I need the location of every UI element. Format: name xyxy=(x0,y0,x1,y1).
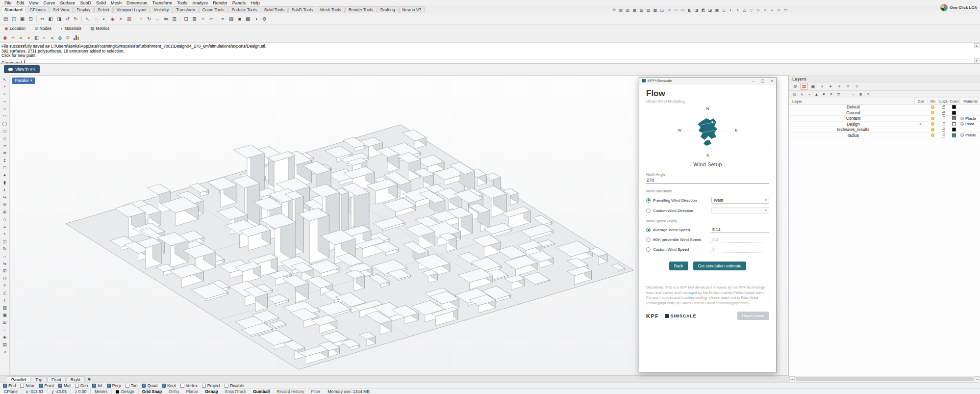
layer-material-cell[interactable]: Plaste xyxy=(959,116,980,121)
layer-lock-cell[interactable] xyxy=(938,128,949,131)
toolbar-tab-set-view[interactable]: Set View xyxy=(50,6,73,13)
materials-button[interactable]: ◐Materials xyxy=(58,25,84,32)
sphere-icon[interactable]: ● xyxy=(1,172,8,179)
osnap-quad-checkbox[interactable]: ✓ xyxy=(142,384,146,388)
mirror-icon[interactable]: ⇋ xyxy=(162,15,170,23)
dimension-icon[interactable]: ∠ xyxy=(1,289,8,296)
unlock-icon[interactable] xyxy=(942,112,945,115)
fillet-icon[interactable]: ∩ xyxy=(1,216,8,223)
menu-view[interactable]: View xyxy=(26,0,41,5)
layer-on-cell[interactable] xyxy=(927,128,938,131)
osnap-disable-checkbox[interactable] xyxy=(225,384,228,388)
toolbar-tab-transform[interactable]: Transform xyxy=(173,6,198,13)
panel-toggle-icon-5[interactable]: ▨ xyxy=(645,7,652,13)
back-button[interactable]: Back xyxy=(669,262,688,270)
filter-toggle[interactable]: Filter xyxy=(307,389,324,394)
redo-icon[interactable]: ↻ xyxy=(72,15,80,23)
select-arrow-icon[interactable]: ↖ xyxy=(1,76,8,83)
panel-toggle-icon-12[interactable]: ◨ xyxy=(693,7,700,13)
rendering-panel-icon[interactable]: ◑ xyxy=(818,83,826,90)
ellipse-icon[interactable]: ◯ xyxy=(1,120,8,127)
toolbar-tab-surface-tools[interactable]: Surface Tools xyxy=(228,6,260,13)
lightbulb-icon[interactable] xyxy=(931,117,934,120)
save-file-icon[interactable]: ▣ xyxy=(18,15,26,23)
select-brush-icon[interactable]: ◌ xyxy=(92,15,100,23)
layer-row-radius[interactable]: radiusPlaste xyxy=(789,133,980,139)
osnap-perp-label[interactable]: Perp xyxy=(112,383,121,388)
panel-toggle-icon-15[interactable]: ▣ xyxy=(714,7,720,13)
panel-toggle-icon-16[interactable]: ◻ xyxy=(721,7,727,13)
toolbar-tab-new-in-v7[interactable]: New in V7 xyxy=(399,6,425,13)
osnap-int-checkbox[interactable]: ✓ xyxy=(92,384,96,388)
new-viewport-tab-button[interactable]: ◆ xyxy=(85,376,93,382)
layer-state-icon[interactable]: ▥ xyxy=(125,15,133,23)
layer-row-design[interactable]: Design✓Plast xyxy=(789,122,980,128)
panel-toggle-icon-22[interactable]: ○ xyxy=(762,7,768,13)
prevailing-wind-direction-radio[interactable] xyxy=(646,198,651,203)
polyline-icon[interactable]: ≈ xyxy=(1,91,8,98)
osnap-vertex-checkbox[interactable] xyxy=(180,384,184,388)
trim-icon[interactable]: ✂ xyxy=(1,194,8,201)
move-icon[interactable]: + xyxy=(137,15,145,23)
osnap-mid-label[interactable]: Mid xyxy=(64,383,71,388)
gumball-icon[interactable]: ◎ xyxy=(1,275,8,282)
layer-color-swatch[interactable] xyxy=(952,122,956,126)
layer-row-ground[interactable]: Ground xyxy=(789,110,980,116)
arc-icon[interactable]: ◠ xyxy=(1,113,8,120)
average-wind-speed-radio[interactable] xyxy=(646,228,651,232)
move-layer-down-icon[interactable]: ▼ xyxy=(821,91,827,97)
block-icon[interactable]: ▣ xyxy=(1,312,8,318)
panel-toggle-icon-23[interactable]: ≡ xyxy=(769,7,775,13)
osnap-mid-checkbox[interactable]: ✓ xyxy=(58,384,62,388)
rotate-icon[interactable]: ↻ xyxy=(145,15,153,23)
filter-layers-icon[interactable]: ▽ xyxy=(835,91,842,97)
layer-name[interactable]: Context xyxy=(789,116,914,121)
close-button[interactable]: × xyxy=(771,79,773,83)
osnap-vertex-label[interactable]: Vertex xyxy=(186,383,198,388)
toolbar-tab-solid-tools[interactable]: Solid Tools xyxy=(261,6,288,13)
menu-subd[interactable]: SubD xyxy=(77,0,94,5)
toolbar-tab-curve-tools[interactable]: Curve Tools xyxy=(199,6,228,13)
panel-toggle-icon-3[interactable]: ▦ xyxy=(631,7,638,13)
box-icon[interactable]: □ xyxy=(1,164,8,171)
loft-icon[interactable]: ≋ xyxy=(1,150,8,157)
join-icon[interactable]: ⊕ xyxy=(1,209,8,215)
named-view-icon[interactable]: ▱ xyxy=(207,15,215,23)
new-file-icon[interactable]: ▤ xyxy=(1,15,10,23)
panel-toggle-icon-20[interactable]: ▽ xyxy=(748,7,754,13)
menu-file[interactable]: File xyxy=(2,0,14,5)
lightbulb-icon[interactable] xyxy=(931,133,934,137)
scrollbar-thumb[interactable] xyxy=(796,377,974,381)
point-icon[interactable]: • xyxy=(1,83,8,90)
menu-transform[interactable]: Transform xyxy=(150,0,175,5)
copy-tool-icon[interactable]: ◫ xyxy=(1,238,8,245)
layer-color-cell[interactable] xyxy=(949,128,959,131)
scroll-left-icon[interactable]: ◂ xyxy=(789,376,795,381)
layer-material-cell[interactable]: Plast xyxy=(959,122,980,126)
unlock-icon[interactable] xyxy=(942,106,945,109)
record-history-toggle[interactable]: Record History xyxy=(273,389,307,394)
zoom-extents-icon[interactable]: ⊡ xyxy=(182,15,190,23)
layer-name[interactable]: Design xyxy=(789,122,914,127)
osnap-near-checkbox[interactable] xyxy=(20,384,24,388)
menu-help[interactable]: Help xyxy=(248,0,262,5)
layer-settings-icon[interactable]: ⚙ xyxy=(857,91,864,97)
osnap-toggle[interactable]: Osnap xyxy=(201,389,221,394)
surface-icon[interactable]: ▱ xyxy=(1,142,8,149)
sun-panel-icon[interactable]: ☀ xyxy=(835,83,843,90)
unlock-icon[interactable] xyxy=(942,129,945,131)
menu-tools[interactable]: Tools xyxy=(175,0,190,5)
layer-lock-cell[interactable] xyxy=(938,122,949,126)
osnap-perp-checkbox[interactable]: ✓ xyxy=(107,384,111,388)
geometry-cube-icon[interactable]: ■ xyxy=(17,34,25,41)
cut-icon[interactable]: ✂ xyxy=(38,15,47,23)
osnap-disable-label[interactable]: Disable xyxy=(230,383,244,388)
nodes-button[interactable]: ⊚Nodes xyxy=(32,25,54,32)
menu-render[interactable]: Render xyxy=(210,0,230,5)
layer-on-cell[interactable] xyxy=(927,122,938,126)
layer-row-default[interactable]: Default xyxy=(789,105,980,110)
current-layer-pane[interactable]: Design xyxy=(112,389,138,394)
toolbar-tab-render-tools[interactable]: Render Tools xyxy=(345,6,377,13)
osnap-tan-label[interactable]: Tan xyxy=(131,383,138,388)
surface-tool-icon[interactable]: ▨ xyxy=(227,15,235,23)
